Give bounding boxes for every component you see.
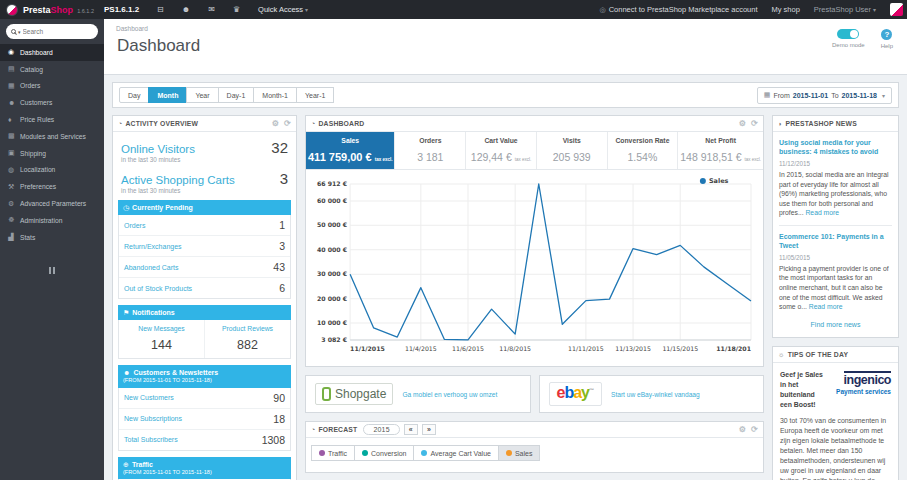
news-column: ◗ PRESTASHOP NEWS Using social media for… [772, 115, 899, 473]
new-messages-cell[interactable]: New Messages144 [119, 320, 205, 358]
customers-range: (FROM 2015-11-01 TO 2015-11-18) [123, 377, 286, 384]
filter-year-1-button[interactable]: Year-1 [296, 87, 334, 103]
help-icon[interactable]: ? [881, 29, 892, 40]
sidebar-item-modules[interactable]: ▩Modules and Services [0, 128, 104, 145]
sidebar-item-catalog[interactable]: ▤Catalog [0, 61, 104, 78]
filter-year-button[interactable]: Year [186, 87, 218, 103]
kpi-tab-cart-value[interactable]: Cart Value129,44 € tax excl. [466, 132, 537, 169]
dashboard-column: ◔ DASHBOARD ⚙ ⟳ Sales411 759,00 € tax ex… [305, 115, 764, 473]
sidebar-item-advanced-parameters[interactable]: ⚙Advanced Parameters [0, 195, 104, 212]
kpi-tab-visits[interactable]: Visits205 939 [537, 132, 608, 169]
page-header: Dashboard Dashboard Demo mode ? Help [104, 19, 907, 75]
sidebar-item-localization[interactable]: ◍Localization [0, 162, 104, 179]
quick-access-menu[interactable]: Quick Access▾ [258, 5, 308, 14]
sidebar-item-dashboard[interactable]: ◉Dashboard [0, 44, 104, 61]
filter-day-1-button[interactable]: Day-1 [218, 87, 255, 103]
svg-text:11/15/2015: 11/15/2015 [662, 345, 698, 352]
kpi-tab-orders[interactable]: Orders3 181 [395, 132, 466, 169]
sidebar-item-customers[interactable]: ☻Customers [0, 94, 104, 111]
bulb-icon: ☼ [778, 351, 785, 358]
forecast-traffic-toggle[interactable]: Traffic [311, 445, 355, 461]
search-scope-caret-icon[interactable]: ▾ [18, 29, 21, 35]
pending-row-orders: Orders1 [119, 215, 290, 236]
online-visitors-link[interactable]: Online Visitors [121, 143, 195, 155]
traffic-range: (FROM 2015-11-01 TO 2015-11-18) [123, 469, 286, 476]
pending-row-abandoned-carts: Abandoned Carts43 [119, 257, 290, 278]
forecast-sales-toggle[interactable]: Sales [498, 445, 541, 461]
forecast-prev-button[interactable]: « [404, 424, 418, 435]
article-headline[interactable]: Using social media for your business: 4 … [779, 138, 892, 156]
forecast-panel: ◔ FORECAST 2015 « » ⚙ ⟳ Traffic Conversi… [305, 421, 764, 473]
svg-text:10 000 €: 10 000 € [317, 319, 347, 326]
tip-body: 30 tot 70% van de consumenten in Europa … [780, 410, 891, 480]
svg-text:Sales: Sales [709, 178, 729, 186]
kpi-tab-conversion-rate[interactable]: Conversion Rate1.54% [608, 132, 679, 169]
article-excerpt: Picking a payment provider is one of the… [779, 264, 892, 312]
gear-icon[interactable]: ⚙ [272, 119, 279, 128]
sidebar-item-price-rules[interactable]: ♦Price Rules [0, 111, 104, 128]
filter-month-1-button[interactable]: Month-1 [253, 87, 297, 103]
svg-text:20 000 €: 20 000 € [317, 295, 347, 302]
tip-content: ingenico Payment services Geef je Sales … [773, 363, 898, 480]
forecast-conversion-toggle[interactable]: Conversion [354, 445, 414, 461]
sidebar-item-stats[interactable]: ▟Stats [0, 229, 104, 246]
marketplace-link[interactable]: ◎Connect to PrestaShop Marketplace accou… [600, 5, 758, 14]
employee-icon[interactable]: ☻ [182, 5, 190, 14]
gear-icon[interactable]: ⚙ [739, 119, 746, 128]
trophy-icon[interactable]: ♛ [233, 5, 240, 14]
read-more-link[interactable]: Read more [805, 209, 839, 216]
svg-text:11/6/2015: 11/6/2015 [452, 345, 484, 352]
customers-icon: ☻ [8, 99, 20, 106]
refresh-icon[interactable]: ⟳ [751, 425, 758, 434]
sidebar-item-administration[interactable]: ☸Administration [0, 212, 104, 229]
notifications-grid: New Messages144 Product Reviews882 [118, 320, 291, 359]
sidebar-item-shipping[interactable]: ▣Shipping [0, 145, 104, 162]
price-rules-icon: ♦ [8, 116, 20, 123]
online-visitors-value: 32 [271, 139, 288, 156]
activity-overview-panel: ◔ ACTIVITY OVERVIEW ⚙ ⟳ Online Visitors3… [112, 115, 297, 480]
top-bar: PrestaShop 1.6.1.2 PS1.6.1.2 ⊟ ☻ ✉ ♛ Qui… [0, 0, 907, 19]
shop-name[interactable]: PS1.6.1.2 [104, 5, 139, 14]
active-carts-link[interactable]: Active Shopping Carts [121, 174, 235, 186]
date-to: 2015-11-18 [842, 92, 877, 99]
refresh-icon[interactable]: ⟳ [751, 119, 758, 128]
sidebar-item-preferences[interactable]: ⚒Preferences [0, 178, 104, 195]
article-headline[interactable]: Ecommerce 101: Payments in a Tweet [779, 232, 892, 250]
read-more-link[interactable]: Read more [809, 303, 843, 310]
filter-month-button[interactable]: Month [148, 87, 187, 103]
user-menu[interactable]: PrestaShop User▾ [814, 5, 876, 14]
pending-row-out-of-stock: Out of Stock Products6 [119, 278, 290, 298]
shopgate-link[interactable]: Ga mobiel en verhoog uw omzet [402, 391, 497, 398]
kpi-tab-net-profit[interactable]: Net Profit148 918,51 € tax excl. [678, 132, 763, 169]
localization-icon: ◍ [8, 166, 20, 174]
sidebar-item-orders[interactable]: ▦Orders [0, 78, 104, 95]
forecast-next-button[interactable]: » [422, 424, 436, 435]
svg-text:11/13/2015: 11/13/2015 [615, 345, 651, 352]
activity-column: ◔ ACTIVITY OVERVIEW ⚙ ⟳ Online Visitors3… [112, 115, 297, 473]
sidebar-search[interactable]: ▾ [6, 24, 98, 39]
new-customers-row: New Customers90 [119, 388, 290, 409]
kpi-tab-sales[interactable]: Sales411 759,00 € tax excl. [306, 132, 395, 169]
customers-newsletters-header: ☻Customers & Newsletters(FROM 2015-11-01… [118, 365, 291, 387]
shipping-icon: ▣ [8, 149, 20, 157]
collapse-menu-button[interactable] [0, 260, 104, 278]
orders-icon: ▦ [8, 82, 20, 90]
forecast-cart-value-toggle[interactable]: Average Cart Value [413, 445, 498, 461]
filter-day-button[interactable]: Day [119, 87, 149, 103]
date-range-picker[interactable]: ▦ From2015-11-01 To2015-11-18 ▾ [757, 87, 892, 104]
ebay-link[interactable]: Start uw eBay-winkel vandaag [611, 391, 700, 398]
gear-icon[interactable]: ⚙ [739, 425, 746, 434]
messages-icon[interactable]: ✉ [208, 5, 215, 14]
find-more-news-link[interactable]: Find more news [773, 312, 898, 337]
product-reviews-cell[interactable]: Product Reviews882 [205, 320, 290, 358]
my-shop-link[interactable]: My shop [772, 5, 800, 14]
brand-version: 1.6.1.2 [77, 8, 94, 14]
search-input[interactable] [23, 28, 81, 35]
brand-presta: Presta [23, 5, 51, 15]
user-avatar[interactable] [890, 3, 903, 16]
cart-icon[interactable]: ⊟ [157, 5, 164, 14]
demo-mode-toggle[interactable] [837, 29, 859, 39]
refresh-icon[interactable]: ⟳ [284, 119, 291, 128]
forecast-year: 2015 [363, 424, 399, 435]
forecast-icon: ◔ [311, 426, 315, 433]
